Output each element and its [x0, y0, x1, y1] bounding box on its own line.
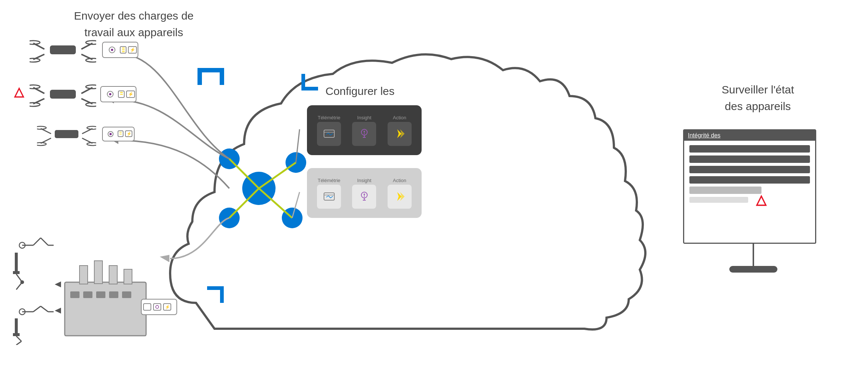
drone-2-module: ⚡ — [100, 86, 137, 104]
monitor-header: Intégrité des — [684, 130, 815, 141]
svg-rect-97 — [122, 291, 131, 298]
svg-rect-93 — [70, 291, 80, 298]
svg-rect-90 — [94, 261, 102, 284]
svg-point-3 — [219, 208, 240, 228]
svg-line-7 — [229, 188, 259, 218]
svg-rect-99 — [141, 299, 177, 315]
svg-line-10 — [292, 192, 300, 218]
svg-rect-88 — [65, 282, 146, 336]
svg-point-76 — [20, 280, 24, 284]
svg-line-69 — [41, 238, 48, 245]
svg-line-79 — [41, 306, 48, 312]
svg-point-61 — [109, 133, 112, 135]
svg-point-125 — [364, 194, 365, 195]
svg-point-40 — [30, 103, 40, 106]
telemetry-label-dark: Télémétrie — [318, 115, 340, 120]
svg-point-39 — [86, 85, 96, 89]
factory-module: ⚡ — [141, 298, 178, 317]
svg-marker-87 — [55, 308, 61, 314]
svg-rect-96 — [109, 291, 118, 298]
svg-point-21 — [86, 41, 96, 44]
svg-text:⚡: ⚡ — [165, 304, 170, 310]
svg-line-68 — [33, 238, 41, 245]
warning-triangle-drone2: △ — [14, 84, 24, 99]
svg-rect-15 — [50, 45, 76, 54]
svg-point-1 — [219, 148, 240, 169]
svg-rect-33 — [50, 90, 76, 99]
telemetry-icon-light — [317, 185, 341, 209]
svg-text:⚡: ⚡ — [130, 47, 135, 52]
svg-point-44 — [109, 93, 111, 95]
telemetry-cell-light: Télémétrie — [314, 178, 344, 209]
monitor-bar-6 — [689, 197, 748, 203]
svg-point-2 — [286, 152, 306, 173]
action-icon-dark — [388, 122, 412, 146]
configure-label: Configurer les — [325, 85, 395, 98]
svg-line-78 — [33, 306, 41, 312]
svg-point-57 — [37, 143, 46, 146]
action-cell-dark: Action — [385, 115, 414, 146]
svg-line-120 — [328, 196, 331, 198]
action-icon-light — [388, 185, 412, 209]
monitor-stand — [753, 244, 754, 266]
svg-point-20 — [30, 41, 40, 44]
svg-rect-73 — [13, 271, 20, 274]
svg-line-121 — [331, 196, 333, 198]
monitor-screen: Intégrité des △ — [683, 129, 816, 244]
insight-cell-light: Insight — [349, 178, 379, 209]
svg-line-8 — [259, 188, 292, 218]
monitor-bar-3 — [689, 166, 810, 173]
svg-point-41 — [86, 103, 96, 106]
insight-label-dark: Insight — [357, 115, 371, 120]
insight-icon-light — [352, 185, 376, 209]
drone-2 — [30, 79, 96, 110]
svg-rect-82 — [15, 318, 18, 333]
telemetry-label-light: Télémétrie — [318, 178, 340, 183]
svg-point-38 — [30, 85, 40, 89]
svg-point-0 — [242, 172, 276, 205]
insight-icon-dark — [352, 122, 376, 146]
svg-rect-92 — [124, 269, 132, 284]
svg-line-107 — [326, 133, 328, 134]
svg-line-84 — [16, 336, 21, 341]
monitor-right-label: Surveiller l'état des appareils — [722, 81, 794, 114]
svg-text:⚡: ⚡ — [126, 131, 132, 136]
svg-point-4 — [282, 208, 303, 228]
action-label-dark: Action — [393, 115, 406, 120]
monitor-bar-4 — [689, 176, 810, 184]
monitor-container: Intégrité des △ — [683, 129, 824, 273]
action-cell-light: Action — [385, 178, 414, 209]
svg-rect-50 — [55, 130, 78, 138]
svg-line-85 — [16, 341, 21, 345]
svg-text:⚡: ⚡ — [128, 91, 134, 97]
svg-line-119 — [326, 196, 328, 197]
svg-point-26 — [111, 49, 113, 51]
monitor-base — [729, 266, 777, 273]
main-container: Envoyer des charges de travail aux appar… — [0, 0, 868, 376]
svg-point-22 — [30, 58, 40, 62]
module-card-light: Télémétrie Insight — [307, 168, 422, 218]
monitor-bar-5 — [689, 187, 761, 194]
svg-point-23 — [86, 58, 96, 62]
monitor-bar-1 — [689, 145, 810, 153]
drone-3 — [37, 122, 96, 149]
svg-point-58 — [87, 143, 96, 146]
svg-rect-94 — [83, 291, 92, 298]
svg-line-6 — [259, 163, 296, 188]
svg-line-5 — [229, 159, 259, 188]
module-card-dark: Télémétrie Insight — [307, 105, 422, 155]
monitor-bar-2 — [689, 155, 810, 163]
svg-rect-89 — [80, 266, 88, 284]
factory-section — [11, 234, 174, 346]
drone-1 — [30, 35, 96, 66]
telemetry-icon-dark — [317, 122, 341, 146]
svg-point-56 — [87, 126, 96, 129]
insight-label-light: Insight — [357, 178, 371, 183]
drone-1-module: ⚡ — [102, 41, 139, 60]
svg-line-109 — [331, 133, 333, 135]
telemetry-cell-dark: Télémétrie — [314, 115, 344, 146]
svg-line-108 — [328, 133, 331, 135]
svg-rect-83 — [13, 333, 20, 336]
svg-point-55 — [37, 126, 46, 129]
warning-triangle-monitor: △ — [756, 192, 766, 208]
